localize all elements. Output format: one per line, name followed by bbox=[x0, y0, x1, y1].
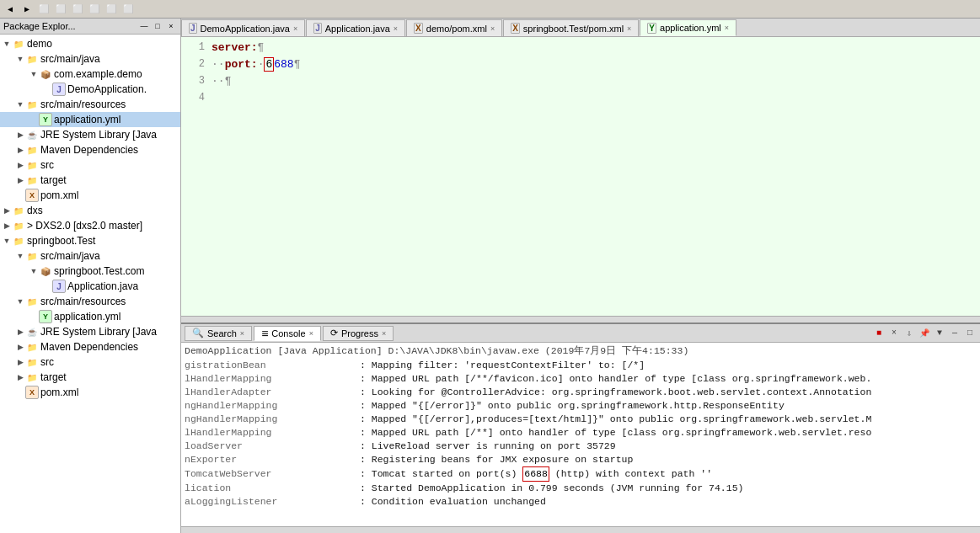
panel-maximize-icon[interactable]: □ bbox=[152, 20, 163, 32]
tree-item-pom-xml2[interactable]: Xpom.xml bbox=[0, 385, 180, 400]
bottom-tabs-bar: 🔍Search×≡Console×⟳Progress× ■ × ⇩ 📌 ▼ — … bbox=[181, 324, 980, 343]
editor-hscrollbar[interactable] bbox=[181, 316, 980, 322]
tree-arrow: ▼ bbox=[29, 69, 39, 79]
tree-label: Maven Dependencies bbox=[40, 341, 138, 353]
tree-label: > DXS2.0 [dxs2.0 master] bbox=[27, 220, 142, 232]
tree-item-application-yml[interactable]: Yapplication.yml bbox=[0, 112, 180, 127]
bottom-tab-label: Search bbox=[207, 328, 237, 338]
tree-arrow: ▼ bbox=[15, 54, 25, 64]
tree-item-jre-system2[interactable]: ▶☕JRE System Library [Java bbox=[0, 324, 180, 339]
console-output: DemoApplication [Java Application] D:\JA… bbox=[181, 343, 980, 526]
panel-close-icon[interactable]: × bbox=[165, 20, 177, 32]
toolbar-icon-6[interactable]: ⬜ bbox=[88, 3, 101, 16]
bottom-tab-console[interactable]: ≡Console× bbox=[254, 326, 321, 341]
console-line-0: gistrationBean : Mapping filter: 'reques… bbox=[185, 359, 977, 372]
console-view-menu-icon[interactable]: ▼ bbox=[933, 327, 946, 340]
tree-item-pom-xml[interactable]: Xpom.xml bbox=[0, 188, 180, 203]
panel-header-icons: — □ × bbox=[138, 20, 177, 32]
yaml-icon: Y bbox=[39, 113, 52, 126]
line-content-3: ··¶ bbox=[212, 75, 231, 88]
toolbar-icon-4[interactable]: ⬜ bbox=[54, 3, 67, 16]
tree-item-maven-deps[interactable]: ▶📁Maven Dependencies bbox=[0, 142, 180, 157]
tab-close-icon[interactable]: × bbox=[293, 24, 297, 33]
tree-label: springboot.Test.com bbox=[54, 265, 144, 277]
editor-line-3: 3 ··¶ bbox=[181, 72, 980, 89]
tree-label: application.yml bbox=[54, 114, 120, 125]
tree-label: src bbox=[40, 159, 54, 171]
console-maximize-icon[interactable]: □ bbox=[963, 327, 977, 340]
tree-item-target2[interactable]: ▶📁target bbox=[0, 370, 180, 385]
tab-close-icon[interactable]: × bbox=[490, 24, 495, 33]
tree-label: src/main/resources bbox=[40, 99, 126, 110]
tree-item-src[interactable]: ▶📁src bbox=[0, 157, 180, 173]
java-icon: J bbox=[52, 280, 66, 293]
tree-item-com-example[interactable]: ▼📦com.example.demo bbox=[0, 67, 180, 82]
tab-label: Application.java bbox=[325, 24, 390, 34]
tree-item-jre-system[interactable]: ▶☕JRE System Library [Java bbox=[0, 127, 180, 142]
editor-tab-4[interactable]: Yapplication.yml× bbox=[640, 19, 736, 36]
cursor-box: 6 bbox=[264, 57, 274, 72]
xml-icon: X bbox=[25, 189, 39, 202]
toolbar-icon-5[interactable]: ⬜ bbox=[71, 3, 84, 16]
package-icon: 📦 bbox=[39, 67, 52, 81]
console-clear-icon[interactable]: × bbox=[887, 327, 901, 340]
tree-arrow bbox=[42, 84, 52, 94]
tree-item-src-main-java[interactable]: ▼📁src/main/java bbox=[0, 51, 180, 67]
progress-icon: ⟳ bbox=[330, 328, 338, 338]
toolbar-icon-3[interactable]: ⬜ bbox=[37, 3, 51, 16]
editor-tab-0[interactable]: JDemoApplication.java× bbox=[181, 19, 305, 36]
tree-item-src-main-resources2[interactable]: ▼📁src/main/resources bbox=[0, 294, 180, 309]
tab-label: demo/pom.xml bbox=[426, 24, 487, 34]
bottom-tab-close-icon[interactable]: × bbox=[309, 329, 313, 338]
tree-arrow: ▶ bbox=[15, 160, 25, 170]
java-icon: J bbox=[52, 83, 66, 96]
editor-tab-2[interactable]: Xdemo/pom.xml× bbox=[406, 19, 502, 36]
tree-item-springboot-test-pkg[interactable]: ▼📦springboot.Test.com bbox=[0, 264, 180, 279]
editor-area: 1 server:¶ 2 ··port:·6688¶ 3 ··¶ 4 bbox=[181, 37, 980, 316]
bottom-tab-search[interactable]: 🔍Search× bbox=[185, 326, 252, 341]
console-message-9: : Started DemoApplication in 0.799 secon… bbox=[360, 482, 743, 495]
tab-close-icon[interactable]: × bbox=[627, 24, 631, 33]
toolbar-icon-2[interactable]: ▶ bbox=[20, 3, 34, 16]
tab-close-icon[interactable]: × bbox=[394, 24, 398, 33]
toolbar-icon-7[interactable]: ⬜ bbox=[104, 3, 118, 16]
tree-label: DemoApplication. bbox=[67, 83, 147, 95]
tree-item-maven-deps2[interactable]: ▶📁Maven Dependencies bbox=[0, 339, 180, 354]
tree-item-dxs2[interactable]: ▶📁> DXS2.0 [dxs2.0 master] bbox=[0, 218, 180, 233]
toolbar-icon-1[interactable]: ◀ bbox=[3, 3, 17, 16]
folder-icon: 📁 bbox=[12, 204, 25, 217]
panel-minimize-icon[interactable]: — bbox=[138, 20, 150, 32]
editor-tab-3[interactable]: Xspringboot.Test/pom.xml× bbox=[503, 19, 639, 36]
editor-tab-1[interactable]: JApplication.java× bbox=[306, 19, 405, 36]
tree-item-DemoApplication[interactable]: JDemoApplication. bbox=[0, 82, 180, 97]
toolbar-icon-8[interactable]: ⬜ bbox=[121, 3, 135, 16]
tree-arrow: ▼ bbox=[2, 39, 12, 49]
package-explorer-header: Package Explor... — □ × bbox=[0, 19, 180, 35]
tab-close-icon[interactable]: × bbox=[725, 24, 729, 32]
bottom-tab-progress[interactable]: ⟳Progress× bbox=[323, 326, 394, 341]
bottom-tab-close-icon[interactable]: × bbox=[382, 329, 386, 338]
tree-item-src-main-resources[interactable]: ▼📁src/main/resources bbox=[0, 97, 180, 112]
tree-label: Maven Dependencies bbox=[40, 144, 138, 156]
console-line-6: loadServer : LiveReload server is runnin… bbox=[185, 440, 977, 453]
tree-item-demo[interactable]: ▼📁demo bbox=[0, 36, 180, 51]
console-hscrollbar[interactable] bbox=[181, 526, 980, 533]
console-message-5: : Mapped URL path [/**] onto handler of … bbox=[360, 426, 871, 440]
bottom-tab-close-icon[interactable]: × bbox=[240, 329, 244, 338]
tree-item-application-yml2[interactable]: Yapplication.yml bbox=[0, 309, 180, 324]
console-source-7: nExporter bbox=[185, 453, 353, 466]
console-stop-icon[interactable]: ■ bbox=[872, 327, 886, 340]
console-line-3: ngHandlerMapping : Mapped "{[/error]}" o… bbox=[185, 399, 977, 413]
tree-arrow: ▶ bbox=[15, 130, 25, 140]
folder-icon: 📁 bbox=[25, 340, 39, 354]
tree-item-dxs[interactable]: ▶📁dxs bbox=[0, 203, 180, 218]
console-minimize-icon[interactable]: — bbox=[948, 327, 961, 340]
tree-item-Application-java[interactable]: JApplication.java bbox=[0, 279, 180, 294]
tree-item-src-main-java2[interactable]: ▼📁src/main/java bbox=[0, 248, 180, 264]
tree-item-springboot-test[interactable]: ▼📁springboot.Test bbox=[0, 233, 180, 248]
tree-item-src2[interactable]: ▶📁src bbox=[0, 354, 180, 370]
folder-icon: 📁 bbox=[12, 37, 25, 51]
console-scroll-lock-icon[interactable]: ⇩ bbox=[902, 327, 916, 340]
console-pin-icon[interactable]: 📌 bbox=[918, 327, 931, 340]
tree-item-target[interactable]: ▶📁target bbox=[0, 173, 180, 188]
